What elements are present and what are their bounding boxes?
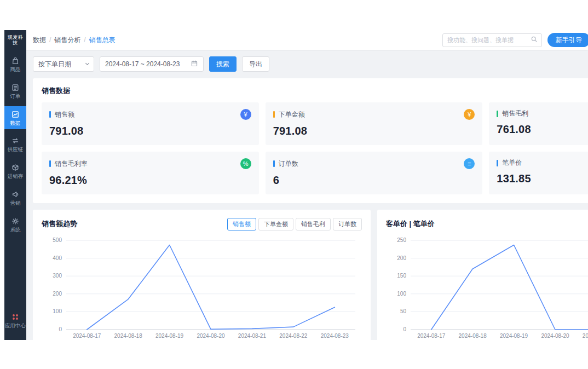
goods-bag-icon: [11, 56, 20, 65]
top-bar: 数据 销售分析 销售总表 新手引导: [26, 30, 588, 50]
global-search-input[interactable]: [447, 37, 528, 43]
main-area: 数据 销售分析 销售总表 新手引导 按下单日期: [26, 30, 588, 340]
stat-label-bar: [273, 111, 275, 118]
filter-bar: 按下单日期 2024-08-17 ~ 2024-08-23 搜索 导出: [33, 56, 588, 72]
stat-label-bar: [49, 111, 51, 118]
section-title: 销售数据: [42, 86, 588, 96]
stat-label-bar: [497, 160, 498, 166]
stat-label: 下单金额: [279, 110, 305, 119]
y-axis-tick: 100: [53, 308, 62, 314]
calendar-icon: [191, 60, 198, 69]
stat-label: 销售额: [55, 110, 74, 119]
x-axis-tick: 2024-08-23: [321, 333, 349, 339]
y-axis-tick: 0: [59, 326, 62, 332]
stat-label: 销售毛利率: [55, 159, 88, 169]
marketing-megaphone-icon: [11, 190, 20, 199]
x-axis-tick: 2024-08-19: [500, 333, 528, 339]
y-axis-tick: 250: [397, 237, 406, 243]
breadcrumb-item[interactable]: 数据: [33, 36, 54, 45]
charts-row: 销售额趋势 销售额 下单金额 销售毛利 订单数 0100200300400500…: [33, 210, 588, 340]
x-axis-tick: 2024-08-21: [583, 333, 588, 339]
stat-card-per-order-price: 笔单价 131.85: [489, 152, 588, 194]
breadcrumb-item[interactable]: 销售分析: [54, 36, 89, 45]
chart-title: 销售额趋势: [42, 219, 77, 229]
x-axis-tick: 2024-08-17: [73, 333, 101, 339]
date-type-select[interactable]: 按下单日期: [33, 56, 94, 72]
series-line: [87, 245, 335, 330]
supply-chain-icon: [11, 136, 20, 145]
stat-card-gross-profit: 销售毛利 761.08: [489, 102, 588, 145]
sidebar-item-label: 商品: [10, 67, 21, 73]
y-axis-tick: 0: [403, 326, 406, 332]
stat-card-gross-margin: 销售毛利率 % 96.21%: [42, 152, 259, 194]
stat-value: 6: [273, 174, 475, 187]
stat-value: 131.85: [497, 172, 588, 185]
sidebar-item-label: 应用中心: [5, 323, 26, 329]
sidebar-item-label: 营销: [10, 200, 21, 206]
sidebar-item-supply-chain[interactable]: 供应链: [4, 132, 26, 156]
order-list-icon: [11, 83, 20, 92]
stat-card-sales-amount: 销售额 ¥ 791.08: [42, 102, 259, 145]
date-type-value: 按下单日期: [38, 60, 71, 69]
y-axis-tick: 50: [400, 308, 407, 314]
breadcrumb: 数据 销售分析 销售总表: [33, 36, 116, 45]
export-button[interactable]: 导出: [242, 56, 269, 72]
x-axis-tick: 2024-08-17: [417, 333, 446, 339]
breadcrumb-item-current: 销售总表: [89, 36, 116, 45]
x-axis-tick: 2024-08-20: [541, 333, 569, 339]
doc-circle-icon: ≡: [464, 158, 475, 169]
stat-value: 791.08: [273, 125, 475, 137]
tab-sales-amount[interactable]: 销售额: [227, 218, 256, 230]
stat-label-bar: [497, 111, 498, 117]
x-axis-tick: 2024-08-19: [155, 333, 184, 339]
y-axis-tick: 150: [397, 273, 406, 279]
inventory-box-icon: [11, 163, 20, 172]
sidebar-item-marketing[interactable]: 营销: [4, 186, 26, 210]
y-axis-tick: 200: [397, 255, 406, 261]
percent-circle-icon: %: [240, 158, 251, 169]
sales-trend-card: 销售额趋势 销售额 下单金额 销售毛利 订单数 0100200300400500…: [33, 210, 371, 340]
stat-card-order-amount: 下单金额 ¥ 791.08: [266, 102, 483, 145]
y-axis-tick: 200: [53, 291, 62, 297]
date-range-input[interactable]: 2024-08-17 ~ 2024-08-23: [100, 56, 204, 72]
y-axis-tick: 100: [397, 291, 406, 297]
sidebar-item-data[interactable]: 数据: [4, 106, 26, 130]
coin-circle-icon: ¥: [464, 109, 475, 120]
series-line: [431, 245, 588, 330]
x-axis-tick: 2024-08-18: [459, 333, 487, 339]
tab-gross-profit[interactable]: 销售毛利: [296, 218, 331, 230]
chevron-down-icon: [85, 61, 89, 65]
stat-value: 761.08: [497, 123, 588, 136]
sidebar-item-goods[interactable]: 商品: [4, 53, 26, 76]
system-gear-icon: [11, 217, 20, 226]
unit-price-chart: 0501001502002502024-08-172024-08-182024-…: [386, 235, 588, 340]
sidebar-item-app-center[interactable]: 应用中心: [4, 309, 26, 332]
sales-data-card: 销售数据 销售额 ¥ 791.08 下单金额: [33, 78, 588, 203]
newbie-guide-button[interactable]: 新手引导: [547, 33, 588, 47]
app-center-icon: [11, 313, 20, 321]
sidebar-item-label: 供应链: [8, 147, 24, 153]
y-axis-tick: 500: [53, 237, 62, 243]
sidebar-item-system[interactable]: 系统: [4, 213, 26, 237]
page-content: 按下单日期 2024-08-17 ~ 2024-08-23 搜索 导出 销售数据: [26, 50, 588, 340]
search-button[interactable]: 搜索: [209, 56, 237, 72]
app-logo: 观麦科技: [4, 30, 26, 49]
sidebar-item-orders[interactable]: 订单: [4, 79, 26, 103]
sidebar-item-label: 系统: [10, 227, 21, 233]
price-chart-card: 客单价 | 笔单价 0501001502002502024-08-172024-…: [377, 210, 588, 340]
stat-value: 791.08: [49, 125, 251, 137]
stat-label: 笔单价: [502, 158, 522, 168]
stat-label-bar: [273, 160, 275, 167]
sidebar-item-label: 进销存: [8, 174, 24, 180]
x-axis-tick: 2024-08-21: [238, 333, 267, 339]
sidebar: 观麦科技 商品 订单 数据 供应链: [4, 30, 26, 340]
tab-order-count[interactable]: 订单数: [333, 218, 362, 230]
sales-trend-chart: 01002003004005002024-08-172024-08-182024…: [42, 235, 362, 340]
app-window: 观麦科技 商品 订单 数据 供应链: [4, 30, 588, 340]
search-icon[interactable]: [531, 36, 538, 45]
tab-order-amount[interactable]: 下单金额: [258, 218, 293, 230]
sidebar-item-inventory[interactable]: 进销存: [4, 159, 26, 183]
sidebar-item-label: 数据: [10, 120, 21, 126]
x-axis-tick: 2024-08-20: [197, 333, 225, 339]
global-search: [442, 33, 542, 47]
